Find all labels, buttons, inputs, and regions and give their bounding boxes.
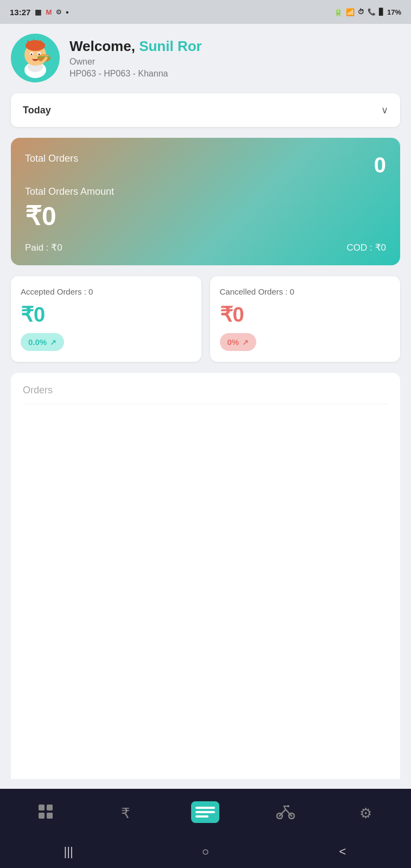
- main-content: Welcome, Sunil Ror Owner HP063 - HP063 -…: [0, 24, 411, 789]
- back-button[interactable]: <: [329, 845, 356, 859]
- orders-title: Orders: [23, 385, 388, 404]
- cancelled-orders-card: Cancelled Orders : 0 ₹0 0% ↗: [210, 276, 401, 362]
- stats-footer: Paid : ₹0 COD : ₹0: [25, 242, 386, 253]
- svg-rect-21: [195, 811, 215, 813]
- nav-item-orders[interactable]: [189, 797, 222, 829]
- welcome-text: Welcome, Sunil Ror: [69, 38, 202, 55]
- welcome-prefix: Welcome,: [69, 38, 139, 54]
- paid-label: Paid: [25, 242, 43, 253]
- paid-separator: :: [46, 242, 51, 253]
- delivery-icon: [276, 804, 295, 823]
- nav-item-delivery[interactable]: [269, 797, 302, 829]
- msg-icon: ▦: [35, 8, 41, 16]
- signal-icon: ▊: [379, 8, 384, 16]
- svg-rect-20: [195, 807, 215, 809]
- chevron-down-icon: ∨: [381, 104, 388, 116]
- paid-info: Paid : ₹0: [25, 242, 62, 253]
- accepted-orders-badge: 0.0% ↗: [21, 333, 64, 351]
- status-bar-right: 🔋 📶 ⏱ 📞 ▊ 17%: [334, 8, 401, 16]
- clock-icon: ⏱: [358, 8, 364, 16]
- payments-icon: ₹: [121, 805, 130, 822]
- cod-label: COD: [347, 242, 368, 253]
- accepted-orders-amount: ₹0: [21, 303, 192, 327]
- role-text: Owner: [69, 57, 202, 67]
- total-orders-count: 0: [374, 153, 386, 177]
- accepted-trend-icon: ↗: [50, 338, 56, 347]
- status-bar: 13:27 ▦ M ⊙ • 🔋 📶 ⏱ 📞 ▊ 17%: [0, 0, 411, 24]
- nav-item-settings[interactable]: ⚙: [349, 797, 382, 829]
- home-button[interactable]: ○: [192, 845, 219, 859]
- profile-section: Welcome, Sunil Ror Owner HP063 - HP063 -…: [11, 34, 400, 82]
- total-orders-label: Total Orders: [25, 153, 78, 164]
- avatar: [11, 34, 60, 82]
- phone-icon: 📞: [368, 8, 376, 16]
- user-name: Sunil Ror: [139, 38, 202, 54]
- cod-value: ₹0: [375, 242, 386, 253]
- svg-point-27: [287, 805, 289, 807]
- cancelled-orders-amount: ₹0: [220, 303, 391, 327]
- total-orders-amount-label: Total Orders Amount: [25, 186, 386, 197]
- system-nav: ||| ○ <: [0, 838, 411, 868]
- date-dropdown-label: Today: [23, 105, 51, 116]
- cancelled-badge-text: 0%: [227, 337, 239, 347]
- avatar-image: [14, 36, 57, 80]
- dashboard-icon: [37, 803, 54, 824]
- svg-rect-17: [39, 813, 45, 819]
- recent-apps-button[interactable]: |||: [55, 845, 82, 859]
- svg-rect-18: [47, 813, 53, 819]
- profile-info: Welcome, Sunil Ror Owner HP063 - HP063 -…: [69, 38, 202, 79]
- status-bar-left: 13:27 ▦ M ⊙ •: [10, 8, 68, 17]
- nav-item-payments[interactable]: ₹: [109, 797, 142, 829]
- battery-percent: 17%: [387, 8, 401, 16]
- svg-rect-15: [39, 805, 45, 810]
- accepted-orders-label: Accepted Orders : 0: [21, 287, 192, 296]
- date-dropdown[interactable]: Today ∨: [11, 93, 400, 127]
- bottom-nav: ₹ ⚙: [0, 789, 411, 838]
- battery-alert-icon: 🔋: [334, 8, 343, 16]
- order-cards-row: Accepted Orders : 0 ₹0 0.0% ↗ Cancelled …: [11, 276, 400, 362]
- accepted-orders-card: Accepted Orders : 0 ₹0 0.0% ↗: [11, 276, 201, 362]
- settings-icon: ⚙: [359, 805, 372, 822]
- wifi-icon: 📶: [346, 8, 355, 16]
- svg-point-9: [31, 54, 33, 55]
- total-orders-row: Total Orders 0: [25, 153, 386, 177]
- time-display: 13:27: [10, 8, 30, 17]
- svg-rect-16: [47, 805, 53, 810]
- orders-section: Orders: [11, 373, 400, 779]
- stats-card: Total Orders 0 Total Orders Amount ₹0 Pa…: [11, 138, 400, 265]
- cod-separator: :: [370, 242, 375, 253]
- cancelled-orders-badge: 0% ↗: [220, 333, 257, 351]
- cod-info: COD : ₹0: [347, 242, 386, 253]
- total-orders-amount-value: ₹0: [25, 201, 386, 231]
- cancelled-orders-label: Cancelled Orders : 0: [220, 287, 391, 296]
- svg-rect-22: [195, 815, 208, 818]
- dot-icon: •: [66, 8, 68, 17]
- svg-point-10: [39, 54, 40, 55]
- accepted-badge-text: 0.0%: [28, 337, 47, 347]
- orders-icon: [191, 801, 219, 825]
- store-code: HP063 - HP063 - Khanna: [69, 69, 202, 79]
- nav-item-dashboard[interactable]: [29, 797, 62, 829]
- cancelled-trend-icon: ↗: [242, 338, 249, 347]
- gmail-icon: M: [46, 8, 52, 16]
- paid-value: ₹0: [51, 242, 62, 253]
- camera-icon: ⊙: [56, 8, 61, 16]
